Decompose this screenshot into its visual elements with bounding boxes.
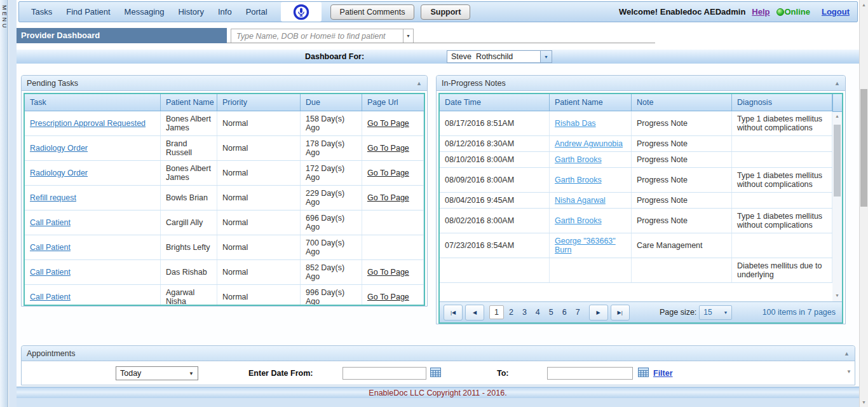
- column-header[interactable]: Due: [301, 94, 362, 111]
- table-scrollbar[interactable]: ▲ ▼: [832, 94, 842, 301]
- collapse-icon[interactable]: ▲: [844, 350, 850, 357]
- chevron-down-icon: ▼: [723, 310, 728, 315]
- provider-select-dropdown-button[interactable]: ▼: [540, 51, 552, 62]
- nav-item[interactable]: Tasks: [24, 7, 59, 17]
- online-status: Online: [776, 7, 810, 17]
- task-link[interactable]: Call Patient: [30, 268, 71, 277]
- patient-search-dropdown-button[interactable]: ▼: [403, 29, 414, 43]
- collapse-icon[interactable]: ▲: [416, 80, 422, 86]
- go-to-page-link[interactable]: Go To Page: [367, 193, 409, 202]
- scroll-up-icon[interactable]: ▲: [832, 112, 842, 121]
- left-gutter: [9, 0, 17, 407]
- column-header[interactable]: Task: [25, 94, 161, 111]
- page-number[interactable]: 7: [572, 306, 584, 319]
- next-page-button[interactable]: ▶: [589, 305, 608, 321]
- scrollbar-thumb[interactable]: [834, 125, 841, 197]
- task-link[interactable]: Call Patient: [30, 293, 71, 301]
- calendar-icon[interactable]: [430, 368, 441, 377]
- pending-tasks-header[interactable]: Pending Tasks ▲: [22, 76, 427, 91]
- patient-link[interactable]: Andrew Agwunobia: [555, 139, 623, 148]
- note-cell: Progress Note: [632, 152, 732, 168]
- help-link[interactable]: Help: [752, 7, 770, 17]
- go-to-page-link[interactable]: Go To Page: [367, 144, 409, 153]
- due-cell: 158 Day(s) Ago: [301, 111, 362, 136]
- page-url-cell: [362, 210, 424, 235]
- page-number[interactable]: 4: [532, 306, 544, 319]
- go-to-page-link[interactable]: Go To Page: [367, 268, 409, 277]
- scrollbar-thumb[interactable]: [860, 89, 867, 207]
- patient-link[interactable]: Garth Brooks: [555, 155, 602, 164]
- task-cell: Refill request: [25, 186, 161, 210]
- patient-search-input[interactable]: [231, 29, 403, 43]
- appointments-header[interactable]: Appointments ▲: [22, 346, 855, 361]
- voice-button[interactable]: [281, 2, 322, 22]
- prev-page-button[interactable]: ◀: [465, 305, 484, 321]
- page-number[interactable]: 1: [489, 305, 504, 319]
- scroll-up-icon[interactable]: ▲: [860, 0, 868, 10]
- patient-link[interactable]: Garth Brooks: [555, 176, 602, 184]
- appointments-filter-bar: Today ▼ Enter Date From: To:: [22, 361, 855, 385]
- column-header[interactable]: Date Time: [440, 94, 550, 111]
- nav-item[interactable]: Info: [211, 7, 239, 17]
- go-to-page-link[interactable]: Go To Page: [367, 169, 409, 177]
- note-cell: Progress Note: [632, 168, 732, 193]
- filter-link[interactable]: Filter: [653, 369, 673, 378]
- go-to-page-link[interactable]: Go To Page: [367, 293, 409, 301]
- calendar-icon[interactable]: [638, 368, 649, 377]
- pending-tasks-grid: TaskPatient NamePriorityDuePage Url Pres…: [24, 93, 425, 306]
- go-to-page-link[interactable]: Go To Page: [367, 119, 409, 128]
- provider-select[interactable]: Steve Rothschild ▼: [447, 50, 552, 63]
- patient-name-cell: Garth Brooks: [550, 168, 632, 193]
- task-link[interactable]: Call Patient: [30, 218, 71, 227]
- appointments-range-select[interactable]: Today ▼: [116, 366, 198, 380]
- patient-link[interactable]: Nisha Agarwal: [555, 196, 606, 205]
- task-link[interactable]: Refill request: [30, 193, 76, 202]
- column-header[interactable]: Patient Name: [161, 94, 217, 111]
- patient-link[interactable]: George "363663" Burn: [555, 237, 616, 254]
- chevron-down-icon: ▼: [189, 371, 194, 376]
- date-from-input[interactable]: [342, 367, 426, 380]
- task-link[interactable]: Radiology Order: [30, 144, 88, 153]
- column-header[interactable]: Patient Name: [550, 94, 632, 111]
- page-number[interactable]: 3: [519, 306, 531, 319]
- date-to-input[interactable]: [547, 367, 633, 380]
- patient-name-cell: Bowls Brian: [161, 186, 217, 210]
- column-header[interactable]: Priority: [217, 94, 301, 111]
- page-scrollbar[interactable]: ▲ ▼: [859, 0, 868, 407]
- page: TasksFind PatientMessagingHistoryInfoPor…: [17, 0, 859, 407]
- scroll-down-icon[interactable]: ▼: [860, 397, 868, 407]
- support-button[interactable]: Support: [421, 4, 470, 20]
- column-header[interactable]: Note: [632, 94, 732, 111]
- scroll-down-icon[interactable]: ▼: [832, 291, 842, 300]
- logout-link[interactable]: Logout: [822, 7, 850, 17]
- in-progress-notes-header[interactable]: In-Progress Notes ▲: [437, 76, 845, 91]
- page-number[interactable]: 2: [505, 306, 517, 319]
- patient-link[interactable]: Rishab Das: [555, 119, 596, 128]
- patient-comments-button[interactable]: Patient Comments: [330, 4, 415, 20]
- page-number[interactable]: 5: [545, 306, 557, 319]
- table-row: 08/12/2016 8:30AM Andrew Agwunobia Progr…: [440, 136, 832, 152]
- page-url-cell: Go To Page: [362, 186, 424, 210]
- table-row: Diabetes mellitus due to underlying: [440, 258, 832, 283]
- task-cell: Call Patient: [25, 260, 161, 285]
- patient-name-cell: Das Rishab: [161, 260, 217, 285]
- patient-link[interactable]: Garth Brooks: [555, 216, 602, 225]
- column-header[interactable]: Diagnosis: [732, 94, 832, 111]
- column-header[interactable]: Page Url: [362, 94, 424, 111]
- dashboard-for-row: Dashboard For: Steve Rothschild ▼: [17, 50, 859, 64]
- last-page-button[interactable]: ▶|: [611, 305, 630, 321]
- first-page-button[interactable]: |◀: [444, 305, 463, 321]
- page-url-cell: Go To Page: [362, 260, 424, 285]
- table-row: Radiology Order Bones Albert James Norma…: [25, 161, 424, 186]
- task-link[interactable]: Call Patient: [30, 243, 71, 252]
- nav-item[interactable]: Portal: [239, 7, 275, 17]
- nav-item[interactable]: Messaging: [118, 7, 172, 17]
- task-link[interactable]: Radiology Order: [30, 169, 88, 177]
- task-link[interactable]: Prescription Approval Requested: [30, 119, 146, 128]
- nav-item[interactable]: Find Patient: [59, 7, 117, 17]
- collapse-icon[interactable]: ▲: [834, 80, 840, 86]
- menu-strip[interactable]: MENU: [0, 0, 8, 407]
- nav-item[interactable]: History: [171, 7, 210, 17]
- page-size-select[interactable]: 15 ▼: [699, 305, 732, 320]
- page-number[interactable]: 6: [559, 306, 571, 319]
